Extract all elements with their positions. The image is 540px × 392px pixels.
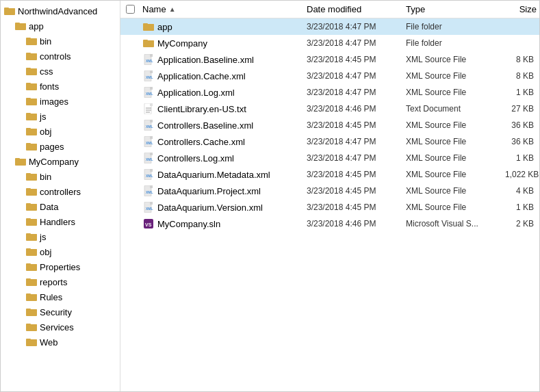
file-row[interactable]: XML DataAquarium.Metadata.xml3/23/2018 4… bbox=[120, 166, 539, 183]
file-name-cell: MyCompany bbox=[140, 37, 304, 49]
file-date: 3/23/2018 4:47 PM bbox=[304, 38, 403, 48]
tree-item-images[interactable]: images bbox=[1, 94, 120, 109]
tree-item-fonts[interactable]: fonts bbox=[1, 79, 120, 94]
folder-icon bbox=[25, 306, 38, 317]
tree-item-mycompany[interactable]: MyCompany bbox=[1, 154, 120, 169]
file-row[interactable]: MyCompany3/23/2018 4:47 PMFile folder bbox=[120, 35, 539, 51]
file-name-cell: XML Application.Baseline.xml bbox=[140, 53, 304, 66]
tree-label: images bbox=[40, 96, 68, 107]
file-row[interactable]: XML Application.Cache.xml3/23/2018 4:47 … bbox=[120, 68, 539, 84]
file-row[interactable]: XML Controllers.Log.xml3/23/2018 4:47 PM… bbox=[120, 150, 539, 166]
folder-icon bbox=[25, 81, 38, 92]
sort-arrow: ▲ bbox=[169, 5, 176, 13]
tree-label: Properties bbox=[40, 262, 80, 272]
tree-item-northwind[interactable]: NorthwindAdvanced bbox=[1, 3, 120, 18]
file-row[interactable]: XML Controllers.Cache.xml3/23/2018 4:47 … bbox=[120, 133, 539, 150]
tree-item-mc-properties[interactable]: Properties bbox=[1, 259, 120, 274]
xml-icon: XML bbox=[142, 119, 155, 131]
svg-rect-32 bbox=[15, 159, 26, 165]
file-date: 3/23/2018 4:45 PM bbox=[304, 186, 403, 196]
tree-item-obj[interactable]: obj bbox=[1, 124, 120, 139]
svg-rect-81 bbox=[150, 70, 153, 73]
svg-rect-99 bbox=[150, 136, 153, 139]
svg-rect-5 bbox=[15, 23, 26, 29]
file-type: Text Document bbox=[403, 104, 502, 114]
svg-rect-62 bbox=[26, 309, 37, 315]
col-header-name[interactable]: Name ▲ bbox=[140, 4, 304, 14]
file-name-cell: XML Controllers.Baseline.xml bbox=[140, 119, 304, 131]
file-row[interactable]: app3/23/2018 4:47 PMFile folder bbox=[120, 18, 539, 35]
folder-icon bbox=[25, 337, 38, 348]
tree-item-css[interactable]: css bbox=[1, 64, 120, 79]
tree-item-mc-handlers[interactable]: Handlers bbox=[1, 214, 120, 229]
folder-icon bbox=[25, 231, 38, 242]
file-name-cell: ClientLibrary.en-US.txt bbox=[140, 103, 304, 115]
col-header-type[interactable]: Type bbox=[403, 4, 502, 14]
svg-rect-41 bbox=[26, 204, 37, 210]
tree-label: app bbox=[29, 21, 44, 31]
svg-text:XML: XML bbox=[146, 125, 153, 129]
col-header-size[interactable]: Size bbox=[502, 4, 539, 14]
xml-icon: XML bbox=[142, 70, 155, 82]
header-check[interactable] bbox=[120, 5, 140, 14]
tree-item-mc-reports[interactable]: reports bbox=[1, 274, 120, 289]
file-name-cell: XML Controllers.Log.xml bbox=[140, 152, 304, 164]
file-row[interactable]: XML Controllers.Baseline.xml3/23/2018 4:… bbox=[120, 117, 539, 133]
file-type: XML Source File bbox=[403, 186, 502, 196]
tree-item-mc-obj[interactable]: obj bbox=[1, 244, 120, 259]
file-name: DataAquarium.Metadata.xml bbox=[157, 170, 270, 180]
svg-rect-71 bbox=[143, 24, 154, 30]
file-type: XML Source File bbox=[403, 153, 502, 163]
tree-item-mc-services[interactable]: Services bbox=[1, 319, 120, 335]
file-row[interactable]: XML Application.Baseline.xml3/23/2018 4:… bbox=[120, 51, 539, 68]
folder-icon bbox=[25, 186, 38, 197]
folder-icon bbox=[25, 111, 38, 122]
svg-rect-107 bbox=[150, 169, 153, 172]
file-name: MyCompany.sln bbox=[157, 219, 220, 229]
folder-icon bbox=[25, 141, 38, 152]
file-date: 3/23/2018 4:45 PM bbox=[304, 202, 403, 212]
file-size: 1,022 KB bbox=[502, 170, 539, 179]
tree-item-mc-js[interactable]: js bbox=[1, 229, 120, 244]
tree-item-controls[interactable]: controls bbox=[1, 49, 120, 64]
file-row[interactable]: VS MyCompany.sln3/23/2018 4:46 PMMicroso… bbox=[120, 215, 539, 232]
svg-rect-47 bbox=[26, 234, 37, 240]
sln-icon: VS bbox=[142, 218, 155, 230]
svg-rect-44 bbox=[26, 219, 37, 225]
svg-rect-89 bbox=[150, 103, 153, 106]
tree-item-mc-security[interactable]: Security bbox=[1, 304, 120, 319]
xml-icon: XML bbox=[142, 86, 155, 99]
file-type: File folder bbox=[403, 38, 502, 48]
svg-rect-53 bbox=[26, 264, 37, 270]
svg-rect-35 bbox=[26, 174, 37, 180]
tree-label: Rules bbox=[40, 292, 62, 302]
tree-item-app[interactable]: app bbox=[1, 18, 120, 34]
tree-item-bin[interactable]: bin bbox=[1, 34, 120, 49]
tree-item-mc-rules[interactable]: Rules bbox=[1, 289, 120, 304]
tree-item-mc-data[interactable]: Data bbox=[1, 199, 120, 214]
file-date: 3/23/2018 4:47 PM bbox=[304, 22, 403, 31]
file-date: 3/23/2018 4:45 PM bbox=[304, 120, 403, 130]
svg-rect-23 bbox=[26, 114, 37, 120]
tree-item-js[interactable]: js bbox=[1, 109, 120, 124]
tree-item-mc-bin[interactable]: bin bbox=[1, 169, 120, 184]
select-all-checkbox[interactable] bbox=[126, 5, 135, 14]
file-date: 3/23/2018 4:46 PM bbox=[304, 219, 403, 228]
tree-item-mc-controllers[interactable]: controllers bbox=[1, 184, 120, 199]
file-row[interactable]: ClientLibrary.en-US.txt3/23/2018 4:46 PM… bbox=[120, 101, 539, 117]
file-date: 3/23/2018 4:45 PM bbox=[304, 55, 403, 64]
tree-item-pages[interactable]: pages bbox=[1, 139, 120, 154]
file-row[interactable]: XML DataAquarium.Version.xml3/23/2018 4:… bbox=[120, 199, 539, 215]
tree-item-mc-web[interactable]: Web bbox=[1, 335, 120, 350]
svg-rect-74 bbox=[143, 40, 154, 47]
file-name: Controllers.Baseline.xml bbox=[157, 120, 253, 131]
tree-label: obj bbox=[40, 127, 51, 137]
folder-icon bbox=[25, 216, 38, 227]
tree-panel: NorthwindAdvanced app bin controls css f… bbox=[1, 1, 120, 391]
tree-label: Handlers bbox=[40, 217, 75, 227]
col-header-date[interactable]: Date modified bbox=[304, 4, 403, 14]
svg-rect-8 bbox=[26, 38, 37, 44]
file-row[interactable]: XML DataAquarium.Project.xml3/23/2018 4:… bbox=[120, 183, 539, 199]
file-row[interactable]: XML Application.Log.xml3/23/2018 4:47 PM… bbox=[120, 84, 539, 101]
file-name: Controllers.Cache.xml bbox=[157, 137, 245, 147]
